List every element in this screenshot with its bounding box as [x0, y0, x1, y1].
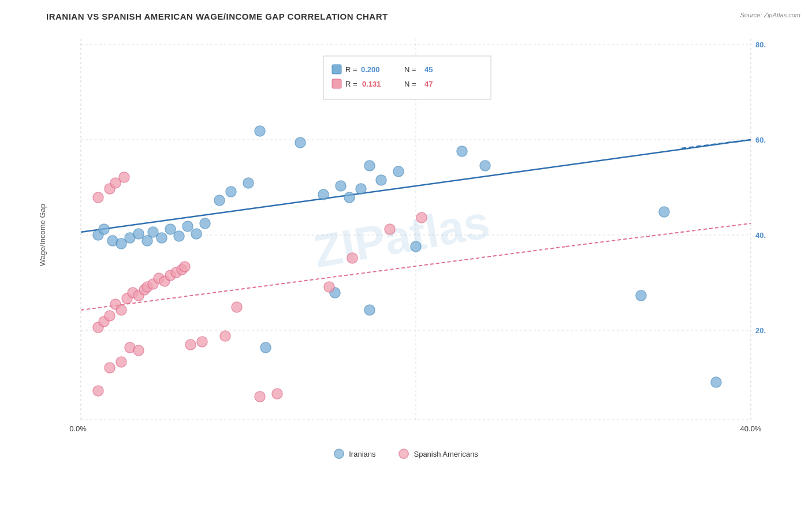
svg-text:40.0%: 40.0% — [740, 424, 762, 433]
spanish-legend-label: Spanish Americans — [414, 450, 478, 458]
svg-rect-20 — [332, 65, 341, 74]
svg-point-52 — [356, 184, 366, 194]
svg-point-90 — [133, 345, 144, 356]
scatter-plot: 80.0% 60.0% 40.0% 20.0% 0.0% 40.0% ZIPat… — [46, 27, 766, 443]
svg-point-47 — [255, 126, 265, 136]
svg-point-57 — [457, 146, 467, 156]
svg-point-62 — [636, 290, 646, 301]
svg-point-53 — [364, 161, 375, 171]
svg-point-86 — [93, 386, 103, 396]
svg-point-42 — [191, 229, 202, 239]
chart-legend: Iranians Spanish Americans — [46, 449, 766, 459]
svg-text:20.0%: 20.0% — [755, 326, 766, 335]
svg-text:ZIPatlas: ZIPatlas — [310, 196, 493, 277]
svg-point-56 — [411, 241, 421, 252]
svg-point-99 — [385, 224, 395, 234]
svg-text:N =: N = — [404, 65, 416, 74]
svg-point-92 — [197, 337, 207, 347]
y-axis-label: Wage/Income Gap — [38, 204, 47, 266]
svg-point-81 — [180, 262, 190, 272]
svg-point-39 — [165, 224, 176, 234]
svg-point-87 — [105, 363, 115, 373]
svg-point-41 — [182, 221, 193, 232]
svg-point-50 — [336, 181, 346, 191]
chart-title: IRANIAN VS SPANISH AMERICAN WAGE/INCOME … — [46, 12, 766, 21]
svg-point-46 — [243, 178, 254, 188]
svg-text:47: 47 — [424, 80, 433, 88]
svg-point-91 — [185, 339, 196, 350]
svg-point-38 — [157, 233, 167, 243]
svg-text:0.0%: 0.0% — [69, 424, 87, 433]
svg-point-64 — [659, 207, 669, 217]
svg-point-54 — [376, 175, 386, 185]
svg-point-85 — [119, 172, 129, 182]
svg-point-82 — [93, 192, 103, 203]
svg-point-51 — [344, 192, 355, 203]
svg-point-48 — [295, 137, 306, 148]
svg-text:45: 45 — [424, 65, 433, 74]
svg-point-67 — [105, 311, 115, 321]
svg-text:80.0%: 80.0% — [755, 40, 766, 49]
svg-text:R =: R = — [345, 80, 357, 88]
svg-point-59 — [260, 342, 271, 353]
svg-text:N =: N = — [404, 80, 416, 88]
svg-text:0.200: 0.200 — [361, 65, 380, 74]
svg-text:60.0%: 60.0% — [755, 136, 766, 144]
svg-text:40.0%: 40.0% — [755, 231, 766, 240]
svg-point-49 — [318, 189, 329, 200]
svg-text:0.131: 0.131 — [362, 80, 381, 88]
svg-point-94 — [232, 302, 242, 312]
svg-point-35 — [133, 229, 144, 239]
svg-point-93 — [220, 331, 230, 341]
chart-area: Wage/Income Gap 80.0% 60.0% 40.0% 20.0% … — [46, 27, 766, 443]
spanish-legend-dot — [398, 449, 409, 459]
svg-point-55 — [393, 166, 404, 177]
svg-point-45 — [226, 186, 236, 197]
legend-spanish-americans: Spanish Americans — [398, 449, 478, 459]
svg-point-100 — [416, 212, 427, 223]
svg-point-43 — [200, 218, 210, 229]
svg-rect-19 — [323, 56, 491, 99]
svg-point-40 — [174, 231, 184, 241]
svg-point-32 — [99, 224, 109, 234]
svg-text:R =: R = — [345, 65, 357, 74]
iranians-legend-label: Iranians — [349, 450, 375, 458]
svg-rect-25 — [332, 79, 341, 88]
svg-point-96 — [272, 389, 282, 399]
svg-point-98 — [347, 253, 357, 263]
svg-point-95 — [255, 391, 265, 402]
svg-point-58 — [480, 161, 490, 171]
svg-point-97 — [324, 282, 334, 292]
svg-point-63 — [711, 377, 721, 387]
chart-container: IRANIAN VS SPANISH AMERICAN WAGE/INCOME … — [0, 0, 812, 515]
legend-iranians: Iranians — [334, 449, 375, 459]
svg-point-44 — [214, 195, 225, 206]
source-label: Source: ZipAtlas.com — [740, 12, 800, 18]
svg-point-88 — [116, 357, 126, 367]
svg-point-61 — [364, 305, 375, 315]
svg-point-69 — [116, 305, 126, 315]
iranians-legend-dot — [334, 449, 344, 459]
